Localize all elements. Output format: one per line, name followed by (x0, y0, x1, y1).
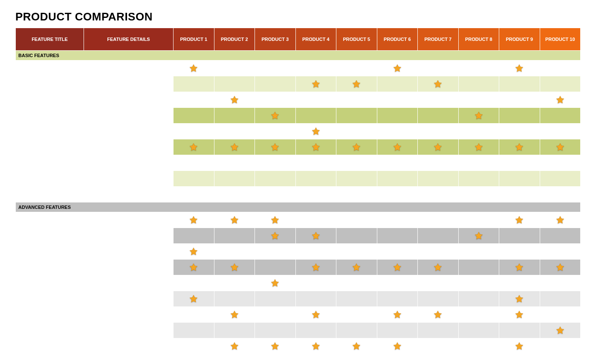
product-cell (458, 291, 499, 307)
product-cell (377, 171, 418, 187)
product-cell (336, 61, 377, 76)
star-icon (270, 217, 280, 222)
star-icon (393, 65, 402, 70)
table-row (16, 212, 581, 228)
star-icon (189, 248, 198, 254)
product-cell (499, 323, 540, 338)
product-cell (255, 139, 296, 155)
section-label: BASIC FEATURES (16, 51, 581, 61)
product-cell (336, 171, 377, 187)
star-icon (270, 144, 280, 149)
table-row (16, 92, 581, 108)
product-cell (336, 244, 377, 260)
feature-title-cell (16, 155, 84, 171)
product-cell (418, 124, 459, 139)
star-icon (515, 65, 524, 70)
product-cell (458, 228, 499, 244)
table-row (16, 124, 581, 139)
product-cell (540, 291, 581, 307)
product-cell (458, 139, 499, 155)
star-icon (311, 233, 321, 238)
star-icon (433, 144, 443, 149)
product-cell (458, 307, 499, 323)
feature-details-cell (84, 187, 174, 202)
product-cell (214, 338, 255, 354)
product-cell (540, 187, 581, 202)
star-icon (270, 113, 280, 118)
section-header: ADVANCED FEATURES (16, 202, 581, 212)
product-cell (174, 155, 214, 171)
feature-details-cell (84, 76, 174, 92)
star-icon (555, 264, 565, 269)
star-icon (230, 217, 239, 222)
table-row (16, 76, 581, 92)
product-cell (295, 171, 336, 187)
feature-details-cell (84, 338, 174, 354)
product-cell (295, 155, 336, 171)
product-cell (499, 187, 540, 202)
product-cell (540, 139, 581, 155)
star-icon (189, 296, 198, 301)
product-cell (458, 338, 499, 354)
product-cell (540, 323, 581, 338)
star-icon (230, 264, 239, 269)
star-icon (515, 264, 524, 269)
product-cell (499, 171, 540, 187)
product-cell (418, 244, 459, 260)
product-cell (174, 291, 214, 307)
feature-title-cell (16, 187, 84, 202)
product-cell (214, 291, 255, 307)
product-cell (458, 323, 499, 338)
product-cell (458, 260, 499, 275)
product-cell (255, 228, 296, 244)
feature-title-cell (16, 61, 84, 76)
feature-title-cell (16, 139, 84, 155)
star-icon (352, 144, 361, 149)
star-icon (555, 97, 565, 102)
table-row (16, 275, 581, 291)
product-cell (174, 139, 214, 155)
star-icon (474, 144, 483, 149)
feature-details-cell (84, 61, 174, 76)
product-cell (540, 108, 581, 124)
col-product-2: PRODUCT 2 (214, 28, 255, 51)
col-product-7: PRODUCT 7 (418, 28, 459, 51)
product-cell (336, 187, 377, 202)
star-icon (311, 312, 321, 317)
product-cell (174, 275, 214, 291)
star-icon (555, 327, 565, 332)
product-cell (418, 92, 459, 108)
star-icon (515, 217, 524, 222)
product-cell (255, 244, 296, 260)
product-cell (255, 338, 296, 354)
table-row (16, 139, 581, 155)
feature-title-cell (16, 307, 84, 323)
star-icon (311, 144, 321, 149)
product-cell (336, 228, 377, 244)
star-icon (311, 81, 321, 86)
product-cell (377, 338, 418, 354)
product-cell (214, 155, 255, 171)
feature-details-cell (84, 171, 174, 187)
product-cell (458, 92, 499, 108)
product-cell (336, 124, 377, 139)
product-cell (174, 171, 214, 187)
product-cell (377, 291, 418, 307)
feature-details-cell (84, 92, 174, 108)
feature-details-cell (84, 307, 174, 323)
star-icon (555, 144, 565, 149)
product-cell (377, 124, 418, 139)
star-icon (230, 312, 239, 317)
star-icon (189, 144, 198, 149)
col-product-3: PRODUCT 3 (255, 28, 296, 51)
feature-title-cell (16, 275, 84, 291)
product-cell (174, 228, 214, 244)
product-cell (336, 108, 377, 124)
table-row (16, 155, 581, 171)
product-cell (336, 338, 377, 354)
product-cell (174, 323, 214, 338)
product-cell (418, 323, 459, 338)
product-cell (540, 338, 581, 354)
product-cell (255, 307, 296, 323)
product-cell (214, 124, 255, 139)
